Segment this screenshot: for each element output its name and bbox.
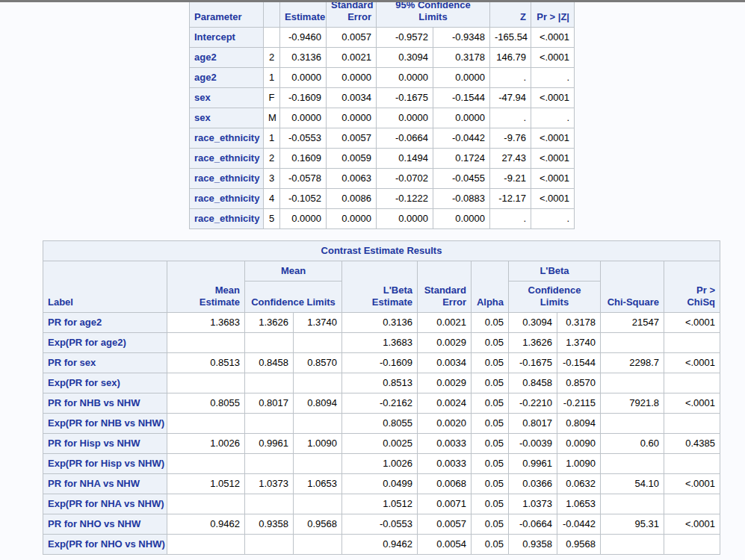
contrast-estimate-table: Contrast Estimate Results Label Mean Est… xyxy=(43,240,720,555)
cell-level: 5 xyxy=(264,209,280,229)
cell-mean-cl-high xyxy=(294,333,342,353)
cell-alpha: 0.05 xyxy=(472,514,509,535)
cell-cl-low: -0.9572 xyxy=(377,28,433,48)
cell-cl-high: 0.3178 xyxy=(433,48,490,68)
cell-lbeta-estimate: 1.0026 xyxy=(342,454,418,474)
cell-alpha: 0.05 xyxy=(472,535,509,555)
table-row: Exp(PR for age2)1.36830.00290.051.36261.… xyxy=(43,333,720,353)
cell-alpha: 0.05 xyxy=(472,414,509,434)
cell-std-error: 0.0000 xyxy=(327,209,377,229)
cell-label: PR for Hisp vs NHW xyxy=(43,434,167,454)
cell-parameter: sex xyxy=(190,88,264,108)
cell-chisq: 0.60 xyxy=(601,434,664,454)
cell-z: -9.21 xyxy=(490,169,531,189)
table-title: Contrast Estimate Results xyxy=(43,241,720,261)
cell-mean-cl-low: 0.8017 xyxy=(245,393,294,414)
cell-std-error: 0.0071 xyxy=(418,494,472,514)
cell-std-error: 0.0068 xyxy=(418,474,472,494)
table-row: PR for Hisp vs NHW1.00260.99611.00900.00… xyxy=(43,434,720,454)
cell-chisq: 21547 xyxy=(601,313,664,333)
cell-std-error: 0.0033 xyxy=(418,434,472,454)
cell-lbeta-cl-high: 0.8094 xyxy=(557,414,601,434)
cell-estimate: 0.0000 xyxy=(280,209,327,229)
cell-level: 2 xyxy=(264,48,280,68)
cell-std-error: 0.0021 xyxy=(418,313,472,333)
col-header-pr-chisq: Pr > ChiSq xyxy=(664,261,720,313)
cell-cl-high: -0.0442 xyxy=(433,128,490,149)
cell-level xyxy=(264,28,280,48)
cell-level: 4 xyxy=(264,189,280,209)
cell-alpha: 0.05 xyxy=(472,494,509,514)
cell-pr: <.0001 xyxy=(664,474,720,494)
cell-pr: <.0001 xyxy=(531,28,575,48)
cell-pr xyxy=(664,414,720,434)
cell-mean-estimate xyxy=(167,373,245,393)
table-row: PR for NHA vs NHW1.05121.03731.06530.049… xyxy=(43,474,720,494)
cell-lbeta-cl-high: 0.3178 xyxy=(557,313,601,333)
cell-std-error: 0.0029 xyxy=(418,333,472,353)
cell-lbeta-cl-high: 1.3740 xyxy=(557,333,601,353)
cell-pr: <.0001 xyxy=(531,189,575,209)
cell-mean-estimate xyxy=(167,454,245,474)
cell-z: . xyxy=(490,108,531,128)
cell-alpha: 0.05 xyxy=(472,454,509,474)
table-row: race_ethnicity1-0.05530.0057-0.0664-0.04… xyxy=(190,128,575,149)
cell-cl-low: -0.0702 xyxy=(377,169,433,189)
cell-mean-cl-low xyxy=(245,333,294,353)
cell-parameter: age2 xyxy=(190,48,264,68)
cell-pr: . xyxy=(531,68,575,88)
cell-chisq xyxy=(601,494,664,514)
cell-pr: <.0001 xyxy=(531,169,575,189)
cell-lbeta-cl-low: 0.0366 xyxy=(509,474,557,494)
cell-std-error: 0.0034 xyxy=(418,353,472,373)
cell-mean-cl-high: 1.0090 xyxy=(294,434,342,454)
cell-z: -9.76 xyxy=(490,128,531,149)
header-row: Parameter Estimate Standard Error 95% Co… xyxy=(190,0,575,28)
cell-lbeta-cl-high: -0.1544 xyxy=(557,353,601,373)
cell-lbeta-cl-low: 0.9358 xyxy=(509,535,557,555)
table-row: PR for NHO vs NHW0.94620.93580.9568-0.05… xyxy=(43,514,720,535)
cell-z: 27.43 xyxy=(490,149,531,169)
col-header-alpha: Alpha xyxy=(472,261,509,313)
cell-z: -47.94 xyxy=(490,88,531,108)
table-row: Exp(PR for sex)0.85130.00290.050.84580.8… xyxy=(43,373,720,393)
cell-level: 1 xyxy=(264,128,280,149)
cell-label: PR for NHA vs NHW xyxy=(43,474,167,494)
cell-label: PR for sex xyxy=(43,353,167,373)
cell-pr: <.0001 xyxy=(531,149,575,169)
col-header-mean-confidence-limits: Confidence Limits xyxy=(245,281,342,313)
col-header-mean-estimate: Mean Estimate xyxy=(167,261,245,313)
col-group-mean: Mean xyxy=(245,261,342,281)
cell-lbeta-cl-low: 0.8458 xyxy=(509,373,557,393)
cell-mean-cl-low: 1.3626 xyxy=(245,313,294,333)
parameter-estimates-section: Parameter Estimate Standard Error 95% Co… xyxy=(189,0,575,229)
contrast-table-body: PR for age21.36831.36261.37400.31360.002… xyxy=(43,313,720,555)
cell-cl-low: -0.1222 xyxy=(377,189,433,209)
cell-lbeta-cl-low: 0.8017 xyxy=(509,414,557,434)
cell-alpha: 0.05 xyxy=(472,313,509,333)
col-header-lbeta-estimate: L'Beta Estimate xyxy=(342,261,418,313)
cell-pr xyxy=(664,373,720,393)
cell-chisq: 95.31 xyxy=(601,514,664,535)
cell-std-error: 0.0029 xyxy=(418,373,472,393)
parameter-table-header: Parameter Estimate Standard Error 95% Co… xyxy=(190,0,575,28)
cell-alpha: 0.05 xyxy=(472,333,509,353)
table-row: Intercept-0.94600.0057-0.9572-0.9348-165… xyxy=(190,28,575,48)
cell-lbeta-estimate: 0.0025 xyxy=(342,434,418,454)
cell-estimate: 0.0000 xyxy=(280,108,327,128)
cell-lbeta-cl-high: 1.0653 xyxy=(557,494,601,514)
cell-cl-low: 0.0000 xyxy=(377,68,433,88)
cell-mean-estimate: 0.8055 xyxy=(167,393,245,414)
cell-mean-estimate xyxy=(167,535,245,555)
cell-mean-estimate: 1.0512 xyxy=(167,474,245,494)
table-row: Exp(PR for NHB vs NHW)0.80550.00200.050.… xyxy=(43,414,720,434)
cell-lbeta-cl-low: -0.1675 xyxy=(509,353,557,373)
cell-lbeta-cl-low: 0.9961 xyxy=(509,454,557,474)
cell-mean-cl-low: 0.8458 xyxy=(245,353,294,373)
cell-lbeta-cl-high: -0.2115 xyxy=(557,393,601,414)
cell-alpha: 0.05 xyxy=(472,434,509,454)
cell-estimate: 0.3136 xyxy=(280,48,327,68)
cell-estimate: -0.1052 xyxy=(280,189,327,209)
cell-cl-high: -0.0883 xyxy=(433,189,490,209)
cell-parameter: race_ethnicity xyxy=(190,189,264,209)
